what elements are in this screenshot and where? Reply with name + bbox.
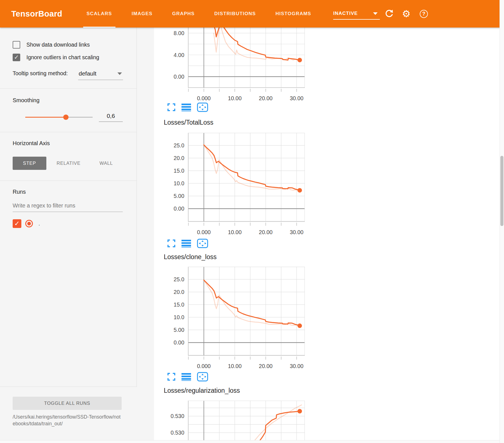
run-row[interactable]: .: [13, 219, 124, 228]
app-header: TensorBoard SCALARSIMAGESGRAPHSDISTRIBUT…: [0, 0, 504, 28]
svg-text:0.530: 0.530: [171, 430, 184, 436]
fit-to-data-icon: [197, 372, 208, 382]
tab-distributions[interactable]: DISTRIBUTIONS: [211, 0, 259, 28]
svg-text:0.00: 0.00: [174, 205, 184, 212]
svg-text:10.0: 10.0: [174, 314, 184, 320]
chart-title: Losses/TotalLoss: [164, 119, 500, 127]
toggle-data-button[interactable]: [181, 103, 191, 111]
toggle-data-button[interactable]: [181, 239, 191, 248]
run-checkbox[interactable]: [13, 219, 21, 228]
refresh-button[interactable]: [385, 0, 394, 28]
selected-value: default: [79, 70, 96, 77]
main-tabs: SCALARSIMAGESGRAPHSDISTRIBUTIONSHISTOGRA…: [83, 0, 315, 28]
vertical-scrollbar[interactable]: [500, 0, 504, 443]
show-download-links-checkbox[interactable]: Show data download links: [13, 41, 124, 49]
fit-to-data-icon: [197, 239, 208, 248]
help-button[interactable]: ?: [420, 0, 428, 28]
tooltip-sorting-label: Tooltip sorting method:: [13, 70, 69, 77]
axis-option-relative[interactable]: RELATIVE: [53, 157, 84, 170]
svg-text:0.00: 0.00: [174, 339, 184, 346]
horizontal-scrollbar[interactable]: [0, 440, 500, 443]
svg-text:30.00: 30.00: [290, 363, 303, 369]
fit-domain-button[interactable]: [197, 239, 208, 248]
chevron-down-icon: [373, 12, 378, 15]
chart-toolbar: [167, 372, 500, 382]
data-lines-icon: [181, 103, 191, 111]
svg-text:30.00: 30.00: [290, 229, 303, 235]
tab-graphs[interactable]: GRAPHS: [169, 0, 198, 28]
data-lines-icon: [181, 373, 191, 381]
chart-title: Losses/regularization_loss: [164, 387, 500, 395]
horizontal-axis-heading: Horizontal Axis: [13, 140, 124, 147]
svg-text:0.000: 0.000: [197, 363, 211, 369]
sidebar-settings-pane: Show data download links Ignore outliers…: [0, 28, 137, 387]
runs-heading: Runs: [13, 189, 124, 195]
slider-thumb[interactable]: [63, 115, 69, 120]
axis-option-wall[interactable]: WALL: [91, 157, 122, 170]
checkbox-icon[interactable]: [13, 41, 20, 49]
run-color-icon[interactable]: [25, 220, 33, 227]
tooltip-sorting-select[interactable]: default: [78, 70, 123, 80]
sidebar: Show data download links Ignore outliers…: [0, 28, 154, 440]
status-label: INACTIVE: [333, 11, 358, 16]
run-name: .: [38, 221, 40, 227]
svg-text:20.0: 20.0: [174, 289, 184, 295]
fit-domain-button[interactable]: [197, 372, 208, 382]
runs-filter-input[interactable]: [13, 201, 123, 212]
checkbox-icon[interactable]: [13, 54, 20, 61]
smoothing-value[interactable]: 0,6: [99, 113, 123, 122]
fullscreen-icon: [167, 103, 176, 111]
chart-canvas: 0.5300.530: [156, 401, 305, 440]
chart-toolbar: [167, 239, 500, 248]
svg-text:0.000: 0.000: [197, 95, 211, 101]
toggle-all-runs-button[interactable]: TOGGLE ALL RUNS: [13, 397, 122, 410]
tab-scalars[interactable]: SCALARS: [83, 0, 115, 28]
svg-text:10.00: 10.00: [228, 229, 242, 235]
svg-text:15.0: 15.0: [174, 302, 184, 308]
sidebar-footer: TOGGLE ALL RUNS /Users/kai.herings/tenso…: [13, 397, 123, 427]
charts-area: 0.00010.0020.0030.008.004.000.00: [154, 28, 500, 440]
fullscreen-icon: [167, 373, 176, 381]
expand-chart-button[interactable]: [167, 239, 176, 248]
svg-text:0.00: 0.00: [174, 74, 184, 80]
tab-images[interactable]: IMAGES: [128, 0, 156, 28]
fit-domain-button[interactable]: [197, 102, 208, 112]
horizontal-axis-toggle: STEPRELATIVEWALL: [13, 157, 124, 170]
axis-option-step[interactable]: STEP: [13, 157, 46, 170]
ignore-outliers-checkbox[interactable]: Ignore outliers in chart scaling: [13, 54, 124, 61]
status-dropdown[interactable]: INACTIVE: [333, 8, 380, 20]
svg-text:25.0: 25.0: [174, 142, 184, 149]
svg-text:25.0: 25.0: [174, 276, 184, 282]
smoothing-slider[interactable]: [25, 117, 93, 118]
settings-button[interactable]: ⚙: [402, 0, 410, 28]
svg-text:8.00: 8.00: [174, 30, 184, 36]
slider-fill: [25, 117, 66, 118]
svg-text:5.00: 5.00: [174, 193, 184, 199]
checkbox-label: Ignore outliers in chart scaling: [26, 54, 99, 61]
svg-text:30.00: 30.00: [290, 95, 303, 101]
svg-text:20.00: 20.00: [259, 95, 273, 101]
chart-title: Losses/clone_loss: [164, 253, 500, 262]
scrollbar-thumb[interactable]: [500, 156, 503, 226]
expand-chart-button[interactable]: [167, 373, 176, 381]
svg-text:5.00: 5.00: [174, 327, 184, 333]
chart-toolbar: [167, 102, 500, 112]
fullscreen-icon: [167, 239, 176, 248]
chart-canvas: 0.00010.0020.0030.0025.020.015.010.05.00…: [156, 133, 305, 239]
expand-chart-button[interactable]: [167, 103, 176, 111]
svg-text:20.00: 20.00: [259, 229, 273, 235]
svg-text:10.00: 10.00: [228, 363, 242, 369]
svg-text:15.0: 15.0: [174, 168, 184, 174]
tab-histograms[interactable]: HISTOGRAMS: [272, 0, 315, 28]
chart-canvas: 0.00010.0020.0030.008.004.000.00: [156, 28, 305, 105]
toggle-data-button[interactable]: [181, 373, 191, 381]
smoothing-heading: Smoothing: [13, 97, 124, 104]
fit-to-data-icon: [197, 102, 208, 112]
data-lines-icon: [181, 239, 191, 248]
tensorboard-app: TensorBoard SCALARSIMAGESGRAPHSDISTRIBUT…: [0, 0, 504, 443]
svg-text:4.00: 4.00: [174, 52, 184, 58]
svg-text:10.0: 10.0: [174, 180, 184, 186]
svg-text:0.000: 0.000: [197, 229, 211, 235]
help-icon: ?: [420, 10, 428, 18]
svg-text:10.00: 10.00: [228, 95, 242, 101]
